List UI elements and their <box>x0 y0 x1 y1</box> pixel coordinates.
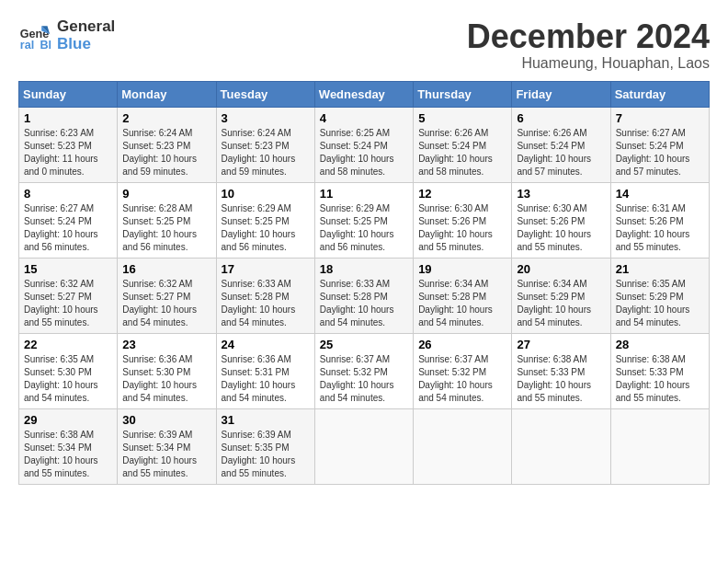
day-number: 8 <box>24 187 112 201</box>
logo-icon: Gene ral Blue <box>18 19 51 52</box>
day-cell: 7Sunrise: 6:27 AM Sunset: 5:24 PM Daylig… <box>610 107 709 182</box>
day-info: Sunrise: 6:29 AM Sunset: 5:25 PM Dayligh… <box>320 202 408 254</box>
day-info: Sunrise: 6:35 AM Sunset: 5:29 PM Dayligh… <box>616 278 704 329</box>
day-cell: 18Sunrise: 6:33 AM Sunset: 5:28 PM Dayli… <box>314 258 413 333</box>
day-cell: 24Sunrise: 6:36 AM Sunset: 5:31 PM Dayli… <box>216 333 314 408</box>
day-info: Sunrise: 6:26 AM Sunset: 5:24 PM Dayligh… <box>517 127 605 178</box>
day-number: 11 <box>320 187 408 201</box>
day-number: 29 <box>24 413 112 427</box>
day-info: Sunrise: 6:34 AM Sunset: 5:28 PM Dayligh… <box>418 278 506 329</box>
day-info: Sunrise: 6:23 AM Sunset: 5:23 PM Dayligh… <box>24 127 112 178</box>
day-info: Sunrise: 6:39 AM Sunset: 5:35 PM Dayligh… <box>222 429 310 480</box>
week-row-5: 29Sunrise: 6:38 AM Sunset: 5:34 PM Dayli… <box>19 408 710 484</box>
day-number: 12 <box>418 187 506 201</box>
header-cell-sunday: Sunday <box>19 81 118 107</box>
week-row-2: 8Sunrise: 6:27 AM Sunset: 5:24 PM Daylig… <box>19 182 710 258</box>
page-header: Gene ral Blue General Blue December 2024… <box>18 18 710 72</box>
day-info: Sunrise: 6:29 AM Sunset: 5:25 PM Dayligh… <box>222 202 310 254</box>
day-info: Sunrise: 6:37 AM Sunset: 5:32 PM Dayligh… <box>418 353 506 405</box>
week-row-3: 15Sunrise: 6:32 AM Sunset: 5:27 PM Dayli… <box>19 258 710 333</box>
day-cell: 26Sunrise: 6:37 AM Sunset: 5:32 PM Dayli… <box>414 333 512 408</box>
day-info: Sunrise: 6:37 AM Sunset: 5:32 PM Dayligh… <box>320 353 408 405</box>
header-cell-monday: Monday <box>118 81 216 107</box>
day-info: Sunrise: 6:30 AM Sunset: 5:26 PM Dayligh… <box>517 202 605 254</box>
day-cell <box>414 408 512 484</box>
day-cell: 11Sunrise: 6:29 AM Sunset: 5:25 PM Dayli… <box>314 182 413 258</box>
title-section: December 2024 Huameung, Houaphan, Laos <box>467 18 710 72</box>
day-cell: 4Sunrise: 6:25 AM Sunset: 5:24 PM Daylig… <box>314 107 413 182</box>
day-number: 10 <box>222 187 310 201</box>
header-cell-thursday: Thursday <box>414 81 512 107</box>
day-cell: 15Sunrise: 6:32 AM Sunset: 5:27 PM Dayli… <box>19 258 118 333</box>
day-cell: 5Sunrise: 6:26 AM Sunset: 5:24 PM Daylig… <box>414 107 512 182</box>
day-number: 15 <box>24 262 112 276</box>
day-number: 30 <box>122 413 210 427</box>
day-info: Sunrise: 6:38 AM Sunset: 5:34 PM Dayligh… <box>24 429 112 480</box>
day-info: Sunrise: 6:31 AM Sunset: 5:26 PM Dayligh… <box>616 202 704 254</box>
calendar-subtitle: Huameung, Houaphan, Laos <box>467 55 710 72</box>
day-cell: 27Sunrise: 6:38 AM Sunset: 5:33 PM Dayli… <box>512 333 610 408</box>
day-cell: 1Sunrise: 6:23 AM Sunset: 5:23 PM Daylig… <box>19 107 118 182</box>
day-cell: 12Sunrise: 6:30 AM Sunset: 5:26 PM Dayli… <box>414 182 512 258</box>
day-number: 18 <box>320 262 408 276</box>
day-info: Sunrise: 6:30 AM Sunset: 5:26 PM Dayligh… <box>418 202 506 254</box>
day-info: Sunrise: 6:36 AM Sunset: 5:30 PM Dayligh… <box>122 353 210 405</box>
day-cell: 16Sunrise: 6:32 AM Sunset: 5:27 PM Dayli… <box>118 258 216 333</box>
day-info: Sunrise: 6:33 AM Sunset: 5:28 PM Dayligh… <box>320 278 408 329</box>
day-cell: 14Sunrise: 6:31 AM Sunset: 5:26 PM Dayli… <box>610 182 709 258</box>
day-number: 25 <box>320 338 408 351</box>
day-info: Sunrise: 6:24 AM Sunset: 5:23 PM Dayligh… <box>122 127 210 178</box>
day-cell: 31Sunrise: 6:39 AM Sunset: 5:35 PM Dayli… <box>216 408 314 484</box>
day-number: 7 <box>616 111 704 125</box>
day-cell: 13Sunrise: 6:30 AM Sunset: 5:26 PM Dayli… <box>512 182 610 258</box>
day-number: 31 <box>222 413 310 427</box>
day-cell: 10Sunrise: 6:29 AM Sunset: 5:25 PM Dayli… <box>216 182 314 258</box>
day-info: Sunrise: 6:24 AM Sunset: 5:23 PM Dayligh… <box>222 127 310 178</box>
day-number: 1 <box>24 111 112 125</box>
day-cell <box>512 408 610 484</box>
day-number: 5 <box>418 111 506 125</box>
day-info: Sunrise: 6:32 AM Sunset: 5:27 PM Dayligh… <box>24 278 112 329</box>
day-info: Sunrise: 6:38 AM Sunset: 5:33 PM Dayligh… <box>616 353 704 405</box>
week-row-4: 22Sunrise: 6:35 AM Sunset: 5:30 PM Dayli… <box>19 333 710 408</box>
day-number: 9 <box>122 187 210 201</box>
day-cell: 9Sunrise: 6:28 AM Sunset: 5:25 PM Daylig… <box>118 182 216 258</box>
day-number: 19 <box>418 262 506 276</box>
day-info: Sunrise: 6:27 AM Sunset: 5:24 PM Dayligh… <box>616 127 704 178</box>
day-cell: 2Sunrise: 6:24 AM Sunset: 5:23 PM Daylig… <box>118 107 216 182</box>
day-number: 23 <box>122 338 210 351</box>
day-number: 3 <box>222 111 310 125</box>
day-number: 20 <box>517 262 605 276</box>
day-number: 17 <box>222 262 310 276</box>
day-cell: 28Sunrise: 6:38 AM Sunset: 5:33 PM Dayli… <box>610 333 709 408</box>
day-info: Sunrise: 6:36 AM Sunset: 5:31 PM Dayligh… <box>222 353 310 405</box>
day-info: Sunrise: 6:35 AM Sunset: 5:30 PM Dayligh… <box>24 353 112 405</box>
day-number: 21 <box>616 262 704 276</box>
day-cell: 6Sunrise: 6:26 AM Sunset: 5:24 PM Daylig… <box>512 107 610 182</box>
day-number: 6 <box>517 111 605 125</box>
day-cell: 20Sunrise: 6:34 AM Sunset: 5:29 PM Dayli… <box>512 258 610 333</box>
day-info: Sunrise: 6:33 AM Sunset: 5:28 PM Dayligh… <box>222 278 310 329</box>
day-cell: 3Sunrise: 6:24 AM Sunset: 5:23 PM Daylig… <box>216 107 314 182</box>
day-cell: 22Sunrise: 6:35 AM Sunset: 5:30 PM Dayli… <box>19 333 118 408</box>
day-cell <box>314 408 413 484</box>
logo-line2: Blue <box>57 36 115 53</box>
header-cell-friday: Friday <box>512 81 610 107</box>
day-cell <box>610 408 709 484</box>
day-info: Sunrise: 6:27 AM Sunset: 5:24 PM Dayligh… <box>24 202 112 254</box>
header-cell-tuesday: Tuesday <box>216 81 314 107</box>
day-number: 16 <box>122 262 210 276</box>
calendar-title: December 2024 <box>467 18 710 55</box>
day-info: Sunrise: 6:38 AM Sunset: 5:33 PM Dayligh… <box>517 353 605 405</box>
header-cell-wednesday: Wednesday <box>314 81 413 107</box>
header-cell-saturday: Saturday <box>610 81 709 107</box>
svg-text:ral: ral <box>20 39 34 52</box>
day-number: 22 <box>24 338 112 351</box>
svg-text:Blue: Blue <box>40 39 51 52</box>
day-cell: 19Sunrise: 6:34 AM Sunset: 5:28 PM Dayli… <box>414 258 512 333</box>
day-info: Sunrise: 6:26 AM Sunset: 5:24 PM Dayligh… <box>418 127 506 178</box>
day-number: 14 <box>616 187 704 201</box>
day-cell: 23Sunrise: 6:36 AM Sunset: 5:30 PM Dayli… <box>118 333 216 408</box>
day-number: 13 <box>517 187 605 201</box>
day-cell: 29Sunrise: 6:38 AM Sunset: 5:34 PM Dayli… <box>19 408 118 484</box>
